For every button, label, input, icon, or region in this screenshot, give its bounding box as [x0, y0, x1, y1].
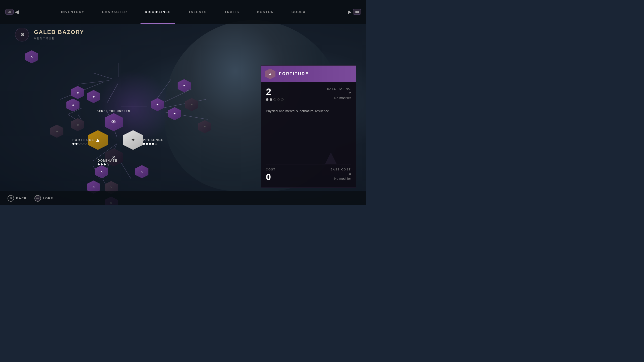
- base-cost-label: BASE COST: [331, 168, 351, 171]
- nav-item-inventory[interactable]: INVENTORY: [52, 0, 93, 24]
- fortitude-panel-title: FORTITUDE: [279, 72, 309, 76]
- dominate-dots: [98, 163, 117, 165]
- lore-button[interactable]: R3 LORE: [34, 195, 53, 202]
- tier-node-10[interactable]: ✦: [198, 120, 211, 133]
- cost-value: 0: [266, 172, 276, 183]
- f-dot-4: [277, 98, 280, 101]
- back-label: BACK: [16, 197, 27, 200]
- cost-base-right: BASE COST 0 No modifier: [331, 168, 351, 180]
- dominate-label: DOMINATE: [98, 159, 117, 165]
- presence-dot-2: [146, 143, 148, 145]
- nav-item-codex[interactable]: CODEX: [283, 0, 314, 24]
- fortitude-dot-3: [78, 143, 80, 145]
- lb-button[interactable]: LB: [5, 9, 14, 15]
- char-header: ✦ GALEB BAZORY VENTRUE: [15, 28, 84, 41]
- fortitude-panel-body: 2 BASE RATING 2 No modifier Physical and…: [261, 82, 356, 188]
- svg-line-4: [93, 73, 113, 79]
- svg-line-0: [107, 83, 118, 103]
- char-clan: VENTRUE: [34, 36, 84, 40]
- tier-node-1[interactable]: ◈ II: [66, 99, 79, 112]
- back-button[interactable]: B BACK: [8, 195, 27, 202]
- nav-item-character[interactable]: CHARACTER: [93, 0, 136, 24]
- fortitude-dot-1: [72, 143, 74, 145]
- f-dot-3: [273, 98, 276, 101]
- char-name: GALEB BAZORY: [34, 29, 84, 35]
- dominate-dot-4: [107, 163, 109, 165]
- dominate-node-2[interactable]: ✕ III: [25, 50, 38, 63]
- svg-line-5: [78, 80, 109, 84]
- presence-node[interactable]: ✦: [123, 130, 143, 150]
- nav-item-boston[interactable]: BOSTON: [248, 0, 283, 24]
- skill-tree: 👁 SENSE THE UNSEEN ▲ ✦ ✕ ◈ II ◈ III: [25, 50, 239, 196]
- presence-dot-5: [155, 143, 157, 145]
- dominate-node-1[interactable]: ✕: [95, 165, 108, 178]
- fortitude-rating-row: 2 BASE RATING 2 No modifier: [266, 87, 351, 101]
- base-cost-value: 0: [331, 172, 351, 176]
- lore-r3-icon: R3: [34, 195, 41, 202]
- fortitude-dot-5: [85, 143, 87, 145]
- base-cost-modifier: No modifier: [331, 177, 351, 180]
- presence-dot-1: [143, 143, 145, 145]
- tier-node-4[interactable]: ◈: [50, 125, 63, 138]
- rb-button[interactable]: RB: [353, 9, 361, 15]
- f-dot-5: [281, 98, 284, 101]
- dominate-dot-1: [98, 163, 100, 165]
- tier-node-9[interactable]: ✦ III: [178, 79, 191, 92]
- nav-item-traits[interactable]: TRAITS: [216, 0, 248, 24]
- base-rating-value: 2: [327, 91, 351, 95]
- nav-item-talents[interactable]: TALENTS: [180, 0, 216, 24]
- cost-row: COST 0 BASE COST 0 No modifier: [266, 168, 351, 183]
- f-dot-2: [270, 98, 272, 101]
- sense-unseen-label: SENSE THE UNSEEN: [97, 109, 130, 113]
- nav-left-controls: LB ◀: [5, 4, 20, 19]
- fortitude-rating-number: 2: [266, 87, 284, 97]
- f-dot-1: [266, 98, 268, 101]
- tier-node-3[interactable]: ◈ III: [71, 118, 84, 131]
- dominate-node-3[interactable]: ✕: [135, 165, 148, 178]
- cost-left: COST 0: [266, 168, 276, 183]
- close-icon: ✦: [18, 31, 26, 38]
- close-button[interactable]: ✦: [15, 28, 29, 41]
- nav-item-disciplines[interactable]: DISCIPLINES: [136, 0, 180, 24]
- nav-items: INVENTORY CHARACTER DISCIPLINES TALENTS …: [20, 0, 346, 24]
- presence-label: PRESENCE: [143, 138, 164, 145]
- sense-unseen-node[interactable]: 👁: [105, 113, 123, 131]
- no-modifier-label: No modifier: [327, 96, 351, 100]
- fortitude-dot-4: [82, 143, 84, 145]
- dominate-dot-3: [104, 163, 106, 165]
- base-rating-label: BASE RATING: [327, 87, 351, 90]
- fortitude-cost-section: COST 0 BASE COST 0 No modifier: [266, 164, 351, 183]
- nav-left-arrow[interactable]: ◀: [15, 9, 19, 15]
- cost-label: COST: [266, 168, 276, 171]
- tier-node-7[interactable]: ✦ II: [168, 107, 181, 120]
- fortitude-dot-2: [75, 143, 77, 145]
- tier-node-6[interactable]: ✦: [151, 98, 164, 111]
- fortitude-panel-icon: ▲: [265, 69, 275, 79]
- tier-node-8[interactable]: ✦ IV: [185, 98, 198, 111]
- fortitude-label: FORTITUDE: [72, 138, 94, 145]
- char-name-block: GALEB BAZORY VENTRUE: [34, 29, 84, 40]
- fortitude-rating-left: 2: [266, 87, 284, 101]
- presence-dot-4: [152, 143, 154, 145]
- back-circle-icon: B: [8, 195, 14, 202]
- presence-dot-3: [149, 143, 151, 145]
- fortitude-panel: ▲ FORTITUDE 2 BASE RATING 2 No mod: [261, 65, 356, 188]
- presence-dots: [143, 143, 164, 145]
- nav-right-arrow[interactable]: ▶: [348, 9, 351, 15]
- lore-label: LORE: [43, 197, 53, 200]
- fortitude-dots: [72, 143, 94, 145]
- fortitude-description: Physical and mental supernatural resilie…: [266, 105, 351, 114]
- fortitude-rating-dots: [266, 98, 284, 101]
- fortitude-panel-header: ▲ FORTITUDE: [261, 66, 356, 82]
- bottom-bar: B BACK R3 LORE: [0, 191, 366, 205]
- fortitude-base-rating: BASE RATING 2 No modifier: [327, 87, 351, 100]
- dominate-dot-2: [101, 163, 103, 165]
- nav-bar: LB ◀ INVENTORY CHARACTER DISCIPLINES TAL…: [0, 0, 366, 24]
- nav-right-controls: ▶ RB: [346, 9, 361, 15]
- tier-node-2[interactable]: ◈ III: [87, 90, 100, 103]
- tier-node-5[interactable]: ◈ II: [71, 86, 84, 99]
- svg-line-9: [162, 99, 206, 108]
